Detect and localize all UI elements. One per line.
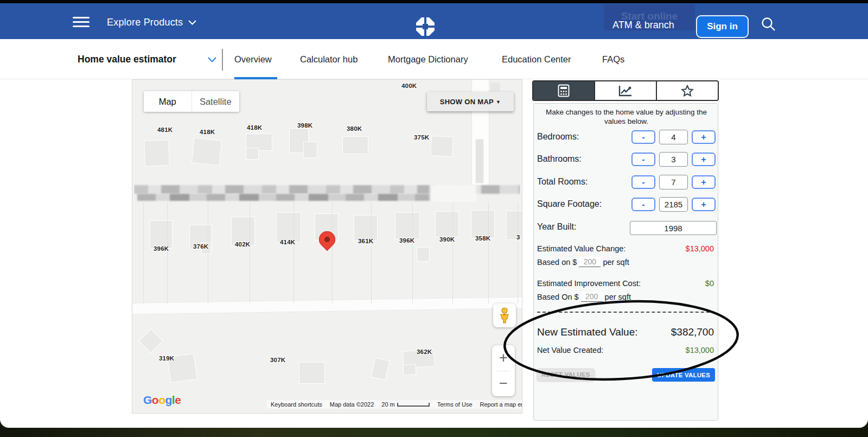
tab-trends[interactable] [594, 81, 656, 100]
zoom-out-button[interactable]: − [492, 371, 515, 397]
house-footprint [192, 138, 221, 166]
price-label: 361K [358, 238, 373, 244]
tab-faqs[interactable]: FAQs [602, 54, 624, 65]
total-rooms-value[interactable] [659, 175, 688, 189]
tab-education-center[interactable]: Education Center [502, 54, 571, 65]
price-label: 402K [235, 241, 250, 248]
house-footprint [417, 248, 429, 261]
star-icon [681, 85, 694, 97]
bedrooms-label: Bedrooms: [537, 132, 579, 142]
atm-branch-link[interactable]: ATM & branch [612, 20, 674, 31]
bathrooms-stepper: - + [631, 152, 716, 167]
price-label: 3 [516, 234, 520, 240]
parcel-line [250, 202, 250, 303]
parcel-line [412, 202, 413, 303]
map-road [132, 296, 522, 315]
square-footage-decrement-button[interactable]: - [631, 198, 655, 211]
google-map[interactable]: 400K481K418K418K398K380K375K396K376K402K… [132, 79, 522, 414]
total-rooms-increment-button[interactable]: + [692, 175, 716, 189]
secondary-nav: Home value estimator Overview Calculator… [0, 39, 868, 79]
calculator-icon [558, 84, 570, 97]
tab-favorites[interactable] [656, 81, 718, 100]
parcel-line [332, 202, 333, 303]
map-data-label: Map data ©2022 [326, 400, 378, 409]
price-label: 396K [154, 245, 169, 252]
main-header: Explore Products Start online ATM & bran… [0, 3, 868, 39]
bedrooms-decrement-button[interactable]: - [631, 130, 655, 144]
price-label: 362K [417, 349, 432, 355]
section-title: Home value estimator [78, 54, 176, 65]
based-on-row: Based on $ per sqft [537, 257, 629, 267]
price-label: 400K [401, 83, 417, 89]
sign-in-button[interactable]: Sign in [696, 15, 749, 38]
year-built-label: Year Built: [537, 222, 576, 232]
reset-values-button[interactable]: RESET VALUES [537, 368, 595, 381]
tab-overview[interactable]: Overview [234, 54, 272, 65]
tab-calculator-hub[interactable]: Calculator hub [300, 54, 358, 65]
dashed-divider [537, 312, 715, 313]
bathrooms-value[interactable] [659, 152, 688, 167]
map-attribution: Keyboard shortcuts Map data ©2022 20 m T… [267, 400, 522, 409]
report-map-error-link[interactable]: Report a map error [476, 400, 522, 409]
house-footprint [150, 221, 172, 248]
hamburger-menu-icon[interactable] [73, 17, 90, 27]
bedrooms-value[interactable] [659, 130, 688, 144]
parcel-line [452, 202, 453, 303]
satellite-view-button[interactable]: Satellite [192, 91, 240, 112]
google-logo[interactable]: Google [143, 394, 181, 407]
house-footprint [431, 136, 453, 156]
parcel-line [208, 202, 208, 303]
total-rooms-decrement-button[interactable]: - [631, 175, 655, 189]
parcel-line [167, 202, 168, 303]
bathrooms-increment-button[interactable]: + [692, 153, 716, 166]
per-sqft-input-2[interactable] [581, 292, 603, 302]
tab-calculator[interactable] [533, 81, 594, 100]
price-label: 380K [347, 125, 362, 132]
redacted-street-names [134, 184, 520, 202]
map-zoom-control: + − [492, 345, 515, 396]
estimator-panel-tabs [532, 80, 719, 101]
tab-mortgage-dictionary[interactable]: Mortgage Dictionary [388, 54, 468, 65]
keyboard-shortcuts-link[interactable]: Keyboard shortcuts [267, 400, 326, 409]
per-sqft-input[interactable] [579, 257, 601, 267]
estimator-panel: Make changes to the home value by adjust… [533, 103, 718, 421]
net-value-created-label: Net Value Created: [537, 346, 603, 354]
map-road-median [476, 140, 483, 183]
new-estimated-value-label: New Estimated Value: [537, 326, 638, 338]
chevron-down-icon [188, 20, 196, 25]
house-footprint [471, 211, 494, 238]
square-footage-value[interactable] [659, 197, 688, 212]
value-change-label: Estimated Value Change: [537, 244, 626, 253]
house-footprint [436, 212, 458, 237]
bathrooms-decrement-button[interactable]: - [631, 153, 655, 166]
pegman-street-view-icon[interactable] [493, 303, 516, 327]
house-footprint [246, 148, 258, 159]
improvement-cost-label: Estimated Improvement Cost: [537, 279, 641, 288]
bathrooms-label: Bathrooms: [537, 154, 582, 164]
price-label: 414K [280, 239, 295, 245]
search-icon[interactable] [760, 16, 776, 33]
terms-of-use-link[interactable]: Terms of Use [433, 400, 476, 409]
price-label: 358K [475, 235, 490, 242]
parcel-line [143, 202, 144, 303]
house-footprint [403, 364, 416, 375]
zoom-in-button[interactable]: + [492, 345, 515, 371]
show-on-map-dropdown[interactable]: SHOW ON MAP▼ [427, 92, 514, 111]
house-footprint [144, 140, 169, 166]
parcel-line [518, 202, 518, 303]
house-footprint [372, 358, 390, 380]
map-type-control: Map Satellite [144, 91, 239, 112]
value-change-amount: $13,000 [686, 244, 714, 253]
bedrooms-increment-button[interactable]: + [692, 130, 716, 144]
chase-logo-icon [416, 17, 435, 36]
price-label: 375K [414, 134, 429, 141]
year-built-input[interactable] [630, 221, 717, 235]
price-label: 396K [399, 237, 414, 244]
price-label: 319K [159, 355, 174, 362]
house-footprint [299, 363, 324, 383]
update-values-button[interactable]: UPDATE VALUES [652, 368, 715, 382]
explore-products-menu[interactable]: Explore Products [107, 17, 196, 28]
chevron-down-icon[interactable] [208, 57, 216, 62]
map-view-button[interactable]: Map [144, 91, 192, 112]
square-footage-increment-button[interactable]: + [692, 198, 716, 211]
